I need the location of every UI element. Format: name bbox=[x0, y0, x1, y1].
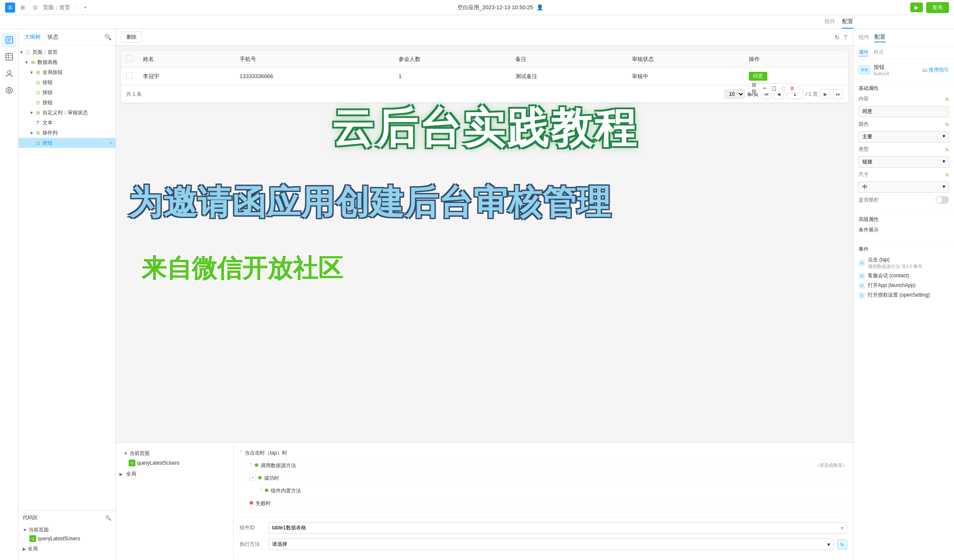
tree-label-actioncol: 操作列 bbox=[42, 129, 112, 137]
event-contact-icon: ⊡ bbox=[859, 273, 865, 279]
tree-item-globalbtn[interactable]: ▼ ⊞ 全局按钮 bbox=[18, 67, 116, 77]
tree-arrow-globalbtn[interactable]: ▼ bbox=[29, 69, 34, 75]
tree-arrow-datatable[interactable]: ▼ bbox=[24, 59, 29, 65]
exec-method-label: 执行方法 bbox=[240, 541, 265, 548]
global-expand-arrow[interactable]: ▶ bbox=[23, 547, 26, 551]
content-value[interactable]: 同意 bbox=[859, 106, 949, 117]
sub-tab-props[interactable]: 属性 bbox=[859, 49, 869, 56]
view-icon-btn[interactable]: ⊡ bbox=[30, 3, 40, 13]
tree-arrow-actioncol[interactable]: ▼ bbox=[29, 130, 34, 136]
type-select[interactable]: 链接 ▾ bbox=[859, 156, 949, 168]
overlay-title: 云后台实践教程 bbox=[116, 105, 853, 151]
tree-item-datatable[interactable]: ▼ ⊞ 数据表格 ≡ + bbox=[18, 57, 116, 67]
basic-props-title: 基础属性 bbox=[859, 85, 949, 92]
event-opensetting[interactable]: ⊡ 打开授权设置 (openSetting) bbox=[859, 292, 949, 299]
delete-row-icon[interactable]: 🗑 bbox=[789, 84, 796, 92]
bottom-left: ▼ 当前页面 Q queryLatest5Users ▶ bbox=[116, 443, 234, 560]
disabled-toggle[interactable] bbox=[936, 196, 949, 204]
tree-item-actioncol[interactable]: ▼ ⊞ 操作列 bbox=[18, 128, 116, 138]
status-tab[interactable]: 状态 bbox=[46, 32, 60, 42]
sidebar-icon-settings[interactable] bbox=[2, 83, 17, 98]
tree-item-btn1[interactable]: ⊡ 按钮 + bbox=[18, 77, 116, 87]
event-success-expand[interactable]: + bbox=[250, 475, 256, 481]
code-header: 代码区 🔍 bbox=[23, 514, 111, 521]
tree-icon-btn2: ⊡ bbox=[34, 89, 41, 96]
right-panel: 组件 配置 属性 样式 按钮 按钮 button4 📖 使用指引 bbox=[853, 29, 954, 560]
add-page-btn[interactable]: + bbox=[80, 3, 90, 13]
table-total: 共 1 条 bbox=[126, 91, 142, 98]
event-success: + 成功时 bbox=[240, 472, 847, 485]
sidebar-icon-pages[interactable] bbox=[2, 32, 17, 47]
tree-item-btnaction[interactable]: ⊡ 按钮 + bbox=[18, 138, 116, 148]
fx-btn[interactable]: fx bbox=[837, 539, 847, 549]
current-page-header[interactable]: ▼ 当前页面 bbox=[23, 526, 111, 534]
preview-btn[interactable]: ▶ bbox=[910, 3, 923, 12]
outline-panel: 大纲树 状态 🔍 ▼ 📄 页面：首页 ▼ ⊞ 数据表格 ≡ + bbox=[18, 29, 116, 560]
tree-item-customstatus[interactable]: ▼ ⊞ 自定义列：审核状态 bbox=[18, 108, 116, 118]
right-tab-config[interactable]: 配置 bbox=[875, 32, 885, 42]
app-title: 空白应用_2023-12-13 10:50:25 👤 bbox=[94, 4, 907, 11]
bottom-right: ⠿ 当点击时（tap）时 ⠿ 调用数据源方法 （请选函数据） + 成功时 bbox=[234, 443, 853, 560]
event-contact[interactable]: ⊡ 客服会话 (contact) bbox=[859, 272, 949, 279]
color-label: 颜色 bbox=[859, 121, 945, 128]
tree-item-text[interactable]: T 文本 ≡ bbox=[18, 118, 116, 128]
drag-handle-call[interactable]: ⠿ bbox=[250, 462, 252, 467]
global-header[interactable]: ▶ 全局 bbox=[23, 544, 111, 553]
component-id-select[interactable]: table1数据表格 ▾ bbox=[268, 522, 847, 534]
code-section-current: ▼ 当前页面 Q queryLatest5Users bbox=[23, 526, 111, 543]
copy-icon[interactable]: 📋 bbox=[770, 84, 778, 92]
tree-action-green[interactable]: + bbox=[110, 140, 112, 145]
event-dot-fail bbox=[250, 501, 253, 505]
right-tab-component[interactable]: 组件 bbox=[859, 33, 869, 42]
query-code-item[interactable]: Q queryLatest5Users bbox=[120, 458, 229, 468]
table-icon-btn[interactable]: ⊞ bbox=[18, 3, 28, 13]
select-all-checkbox[interactable] bbox=[126, 55, 133, 62]
use-reference-hint[interactable]: 📖 使用指引 bbox=[922, 66, 949, 74]
outline-search-icon[interactable]: 🔍 bbox=[104, 34, 111, 40]
tree-item-btn3[interactable]: ⊡ 按钮 + bbox=[18, 97, 116, 108]
basic-props-section: 基础属性 内容 fx 同意 颜色 fx 主要 ▾ 类型 fx bbox=[854, 81, 954, 212]
sub-tab-style[interactable]: 样式 bbox=[874, 49, 884, 56]
outline-tab[interactable]: 大纲树 bbox=[23, 32, 42, 42]
global-section[interactable]: ▶ 全局 bbox=[116, 469, 233, 479]
tree-item-btn2[interactable]: ⊡ 按钮 + bbox=[18, 87, 116, 97]
next-page-btn[interactable]: ▶ bbox=[820, 89, 830, 99]
tree-arrow-customstatus[interactable]: ▼ bbox=[29, 110, 34, 116]
tree-icon-page: 📄 bbox=[24, 49, 31, 55]
event-tap[interactable]: ⊡ 点击 (tap) 调用数据源方法 等1个事件 bbox=[859, 256, 949, 270]
action-label: 按钮 bbox=[752, 84, 759, 92]
event-launchapp[interactable]: ⊡ 打开App (launchApp) bbox=[859, 282, 949, 289]
publish-btn[interactable]: 发布 bbox=[926, 2, 949, 13]
code-search-icon[interactable]: 🔍 bbox=[105, 515, 111, 521]
per-page-select[interactable]: 10 20 50 bbox=[724, 89, 745, 99]
tab-config[interactable]: 配置 bbox=[842, 15, 853, 29]
drag-handle-inner[interactable]: ⠿ bbox=[260, 487, 262, 492]
delete-btn[interactable]: 删除 bbox=[121, 32, 142, 43]
last-page-btn[interactable]: ⏭ bbox=[833, 89, 843, 99]
move-icon[interactable]: ⬚ bbox=[780, 84, 787, 92]
current-page-label: 当前页面 bbox=[29, 526, 49, 534]
tree-arrow-page[interactable]: ▼ bbox=[18, 49, 24, 55]
refresh-icon[interactable]: ↻ bbox=[835, 34, 840, 41]
row-checkbox[interactable] bbox=[126, 72, 133, 79]
type-value: 链接 bbox=[862, 158, 872, 166]
sidebar-icon-data[interactable] bbox=[2, 49, 17, 64]
tree-item-page[interactable]: ▼ 📄 页面：首页 bbox=[18, 47, 116, 57]
color-select[interactable]: 主要 ▾ bbox=[859, 131, 949, 142]
approve-btn[interactable]: 同意 bbox=[749, 72, 767, 81]
sidebar-icon-users[interactable] bbox=[2, 66, 17, 81]
event-inner-method: ⠿ 组件内置方法 bbox=[240, 485, 847, 497]
size-select[interactable]: 中 ▾ bbox=[859, 181, 949, 193]
current-expand-arrow[interactable]: ▼ bbox=[23, 528, 27, 532]
tab-component[interactable]: 组件 bbox=[825, 15, 835, 29]
format-icon[interactable]: ⊤ bbox=[843, 34, 848, 41]
exec-method-select[interactable]: 请选择 ▾ bbox=[268, 539, 834, 550]
code-item-query[interactable]: Q queryLatest5Users bbox=[23, 534, 111, 543]
edit-icon[interactable]: ✏ bbox=[761, 84, 769, 92]
tree-label-btn1: 按钮 bbox=[42, 79, 106, 86]
event-fail: 失败时 bbox=[240, 497, 847, 510]
current-page-expand[interactable]: ▼ 当前页面 bbox=[120, 449, 229, 458]
color-value: 主要 bbox=[862, 133, 872, 140]
tree-icon-text: T bbox=[34, 119, 41, 126]
drag-handle-trigger[interactable]: ⠿ bbox=[240, 450, 242, 454]
